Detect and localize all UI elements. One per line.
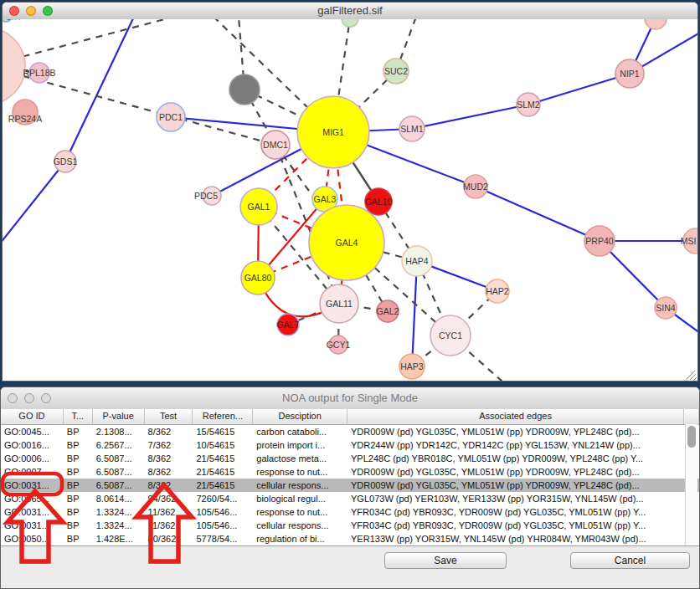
- table-row-3[interactable]: GO:0007...BP6.5087...8/36221/54615respon…: [1, 465, 699, 479]
- table-row-4[interactable]: GO:0031...BP6.5087...8/36221/54615cellul…: [1, 479, 699, 492]
- node-label-RPS24A: RPS24A: [8, 114, 42, 124]
- cell: GO:0050...: [1, 532, 64, 545]
- resize-grip[interactable]: [693, 377, 697, 381]
- node-label-MIG1: MIG1: [322, 127, 344, 137]
- node-label-SLM1: SLM1: [400, 124, 424, 134]
- cell: YDR009W (pd) YGL035C, YML051W (pp) YDR00…: [347, 479, 684, 492]
- cell: 8/362: [145, 425, 193, 438]
- cell: 8.0614...: [93, 492, 145, 505]
- cell: BP: [64, 492, 93, 505]
- cell: 6.5087...: [93, 452, 145, 465]
- node-label-GAL80: GAL80: [244, 273, 272, 283]
- cell: 1.3324...: [93, 505, 145, 519]
- node-label-GAL1: GAL1: [248, 202, 270, 212]
- cell: 21/54615: [193, 452, 253, 465]
- cell: 2.1308...: [93, 425, 145, 438]
- cell: response to nut...: [253, 505, 347, 519]
- column-header-test[interactable]: Test: [145, 409, 193, 424]
- cell: 11/362: [145, 519, 193, 532]
- cell: BP: [64, 479, 93, 492]
- cell: YER133W (pp) YOR315W, YNL145W (pd) YHR08…: [347, 532, 684, 545]
- table-row-7[interactable]: GO:0031...BP1.3324...11/362105/546...cel…: [1, 519, 699, 532]
- table-row-0[interactable]: GO:0045...BP2.1308...8/36215/54615carbon…: [1, 425, 699, 438]
- edge-blue: [412, 105, 528, 129]
- table-row-6[interactable]: GO:0031...BP1.3324...11/362105/546...res…: [1, 505, 699, 519]
- node-label-GCY1: GCY1: [327, 340, 351, 350]
- cell: BP: [64, 519, 93, 532]
- node-label-SUC2: SUC2: [384, 66, 408, 76]
- table-row-1[interactable]: GO:0016...BP6.2567...7/36210/54615protei…: [1, 438, 699, 452]
- cell: 8/362: [145, 479, 193, 492]
- cell: regulation of bi...: [253, 532, 347, 545]
- cell: 94/362: [145, 492, 193, 505]
- node-label-GAL4: GAL4: [336, 238, 358, 248]
- cell: YPL248C (pd) YBR018C, YML051W (pp) YDR00…: [347, 452, 684, 465]
- cell: cellular respons...: [253, 479, 347, 492]
- table-scrollbar[interactable]: [685, 424, 697, 545]
- table-row-8[interactable]: GO:0050...BP1.428E...80/3625778/54...reg…: [1, 532, 699, 545]
- cell: 1.428E...: [93, 532, 145, 545]
- node-bigpink[interactable]: [3, 28, 25, 105]
- save-button[interactable]: Save: [384, 552, 507, 569]
- column-header-associated-edges[interactable]: Associated edges: [347, 409, 684, 424]
- noa-window-titlebar[interactable]: NOA output for Single Mode: [1, 387, 699, 410]
- cell: protein import i...: [253, 438, 347, 452]
- node-label-RPL18B: RPL18B: [23, 68, 55, 78]
- node-label-SLM2: SLM2: [517, 100, 540, 110]
- cell: galactose meta...: [253, 452, 347, 465]
- node-label-GAL2: GAL2: [377, 306, 399, 316]
- column-header-t[interactable]: T...: [64, 409, 93, 424]
- node-label-HAP2: HAP2: [486, 286, 509, 296]
- column-header-referen[interactable]: Referen...: [193, 409, 253, 424]
- network-canvas[interactable]: RPL18BRPS24AGDS1PDC1DMC1MIG1SUC2NIP1SLM2…: [3, 19, 697, 381]
- node-graynode[interactable]: [229, 74, 260, 105]
- cancel-button[interactable]: Cancel: [570, 552, 690, 569]
- table-row-2[interactable]: GO:0006...BP6.5087...8/36221/54615galact…: [1, 452, 699, 465]
- column-header-p-value[interactable]: P-value: [93, 409, 145, 424]
- cell: YDR009W (pd) YGL035C, YML051W (pp) YDR00…: [347, 465, 684, 479]
- label-fragment: 17A: [7, 19, 20, 22]
- cell: 6.5087...: [93, 465, 145, 479]
- cell: 10/54615: [193, 438, 253, 452]
- cell: 1.3324...: [93, 519, 145, 532]
- cell: cellular respons...: [253, 519, 347, 532]
- node-label-GAL3: GAL3: [314, 194, 337, 204]
- cell: GO:0031...: [1, 479, 64, 492]
- cell: 80/362: [145, 532, 193, 545]
- cell: GO:0016...: [1, 438, 64, 452]
- desktop-background: galFiltered.sif RPL18BRPS24AGDS1PDC1DMC1…: [0, 0, 700, 589]
- cell: BP: [64, 532, 93, 545]
- cell: 21/54615: [193, 465, 253, 479]
- graph-window-titlebar[interactable]: galFiltered.sif: [3, 3, 697, 20]
- edge-blue: [412, 261, 417, 366]
- cell: GO:0006...: [1, 452, 64, 465]
- cell: 5778/54...: [193, 532, 253, 545]
- cell: response to nut...: [253, 465, 347, 479]
- graph-window: galFiltered.sif RPL18BRPS24AGDS1PDC1DMC1…: [2, 2, 698, 382]
- edge-blue: [528, 74, 630, 105]
- node-greenfrag[interactable]: [342, 19, 358, 27]
- node-label-MSI: MSI: [681, 236, 697, 246]
- node-label-MUD2: MUD2: [463, 182, 488, 192]
- node-label-GAL7: GAL7: [277, 320, 300, 330]
- cell: 8/362: [145, 452, 193, 465]
- node-label-NIP1: NIP1: [620, 69, 640, 79]
- column-header-desciption[interactable]: Desciption: [253, 409, 347, 424]
- cell: biological regul...: [253, 492, 347, 505]
- cell: 7260/54...: [193, 492, 253, 505]
- resize-grip[interactable]: [687, 371, 695, 379]
- column-header-blank[interactable]: [684, 409, 699, 424]
- scrollbar-thumb[interactable]: [687, 426, 696, 448]
- node-pinkfrag[interactable]: [645, 19, 667, 29]
- edge-blue: [3, 161, 65, 243]
- node-label-DMC1: DMC1: [263, 140, 288, 150]
- noa-results-table: GO IDT...P-valueTestReferen...Desciption…: [1, 409, 699, 546]
- cell: GO:0031...: [1, 519, 64, 532]
- column-header-go-id[interactable]: GO ID: [1, 409, 64, 424]
- cell: YFR034C (pd) YBR093C, YDR009W (pd) YGL03…: [347, 505, 684, 519]
- cell: YGL073W (pd) YER103W, YER133W (pp) YOR31…: [347, 492, 684, 505]
- node-label-HAP3: HAP3: [400, 361, 424, 371]
- cell: carbon cataboli...: [253, 425, 347, 438]
- table-row-5[interactable]: GO:0065...BP8.0614...94/3627260/54...bio…: [1, 492, 699, 505]
- cell: 7/362: [145, 438, 193, 452]
